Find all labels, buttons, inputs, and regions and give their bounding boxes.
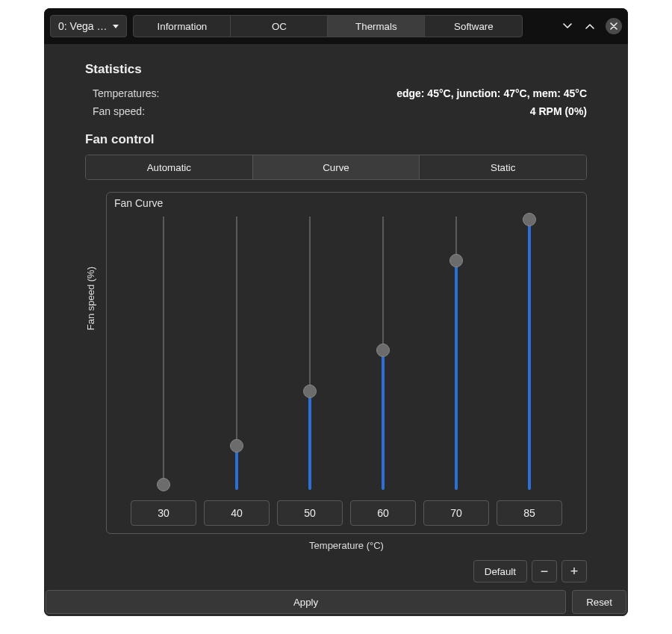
fan-curve-slider[interactable] <box>376 217 391 494</box>
slider-thumb[interactable] <box>523 213 536 226</box>
remove-point-button[interactable]: − <box>532 560 557 582</box>
y-axis-label: Fan speed (%) <box>85 267 99 330</box>
slider-thumb[interactable] <box>230 439 243 453</box>
bottom-bar: Apply Reset <box>44 587 628 616</box>
titlebar: 0: Vega … Information OC Thermals Softwa… <box>44 8 628 44</box>
main-tabs: Information OC Thermals Software <box>133 15 523 37</box>
mode-tab-curve[interactable]: Curve <box>253 155 420 179</box>
mode-tab-automatic[interactable]: Automatic <box>86 155 253 179</box>
fan-curve-point: 70 <box>423 217 489 526</box>
slider-thumb[interactable] <box>376 344 390 357</box>
fan-curve-sliders: 304050607085 <box>114 217 579 526</box>
fan-curve-area: Fan speed (%) Fan Curve 304050607085 Tem… <box>85 192 587 582</box>
tab-oc[interactable]: OC <box>231 16 328 37</box>
add-point-button[interactable]: + <box>561 560 587 582</box>
slider-thumb[interactable] <box>449 254 463 267</box>
slider-thumb[interactable] <box>157 478 170 491</box>
tab-information[interactable]: Information <box>134 16 231 37</box>
app-window: 0: Vega … Information OC Thermals Softwa… <box>44 8 628 616</box>
statistics-heading: Statistics <box>85 62 587 77</box>
fan-curve-point: 85 <box>497 217 562 526</box>
stat-label-fan-speed: Fan speed: <box>93 105 145 117</box>
fan-curve-point: 30 <box>131 217 196 526</box>
fan-curve-slider[interactable] <box>229 217 244 494</box>
temperature-input[interactable]: 30 <box>131 500 196 526</box>
stat-value-fan-speed: 4 RPM (0%) <box>530 105 587 117</box>
chevron-up-icon <box>585 21 595 31</box>
slider-fill <box>528 220 531 490</box>
fan-curve-panel: Fan Curve 304050607085 <box>106 192 587 534</box>
stat-row-fan-speed: Fan speed: 4 RPM (0%) <box>93 102 587 120</box>
slider-thumb[interactable] <box>303 385 317 398</box>
fan-curve-slider[interactable] <box>522 217 537 494</box>
slider-fill <box>308 391 311 490</box>
temperature-input[interactable]: 50 <box>277 500 343 526</box>
tab-thermals[interactable]: Thermals <box>328 16 425 37</box>
tab-software[interactable]: Software <box>425 16 522 37</box>
device-selector[interactable]: 0: Vega … <box>50 15 127 37</box>
stat-value-temperatures: edge: 45°C, junction: 47°C, mem: 45°C <box>396 87 587 99</box>
fan-curve-slider[interactable] <box>156 217 171 494</box>
apply-button[interactable]: Apply <box>46 590 566 614</box>
default-button[interactable]: Default <box>473 560 527 582</box>
stat-label-temperatures: Temperatures: <box>93 87 159 99</box>
temperature-input[interactable]: 60 <box>350 500 416 526</box>
slider-rail <box>163 217 164 490</box>
curve-buttons: Default − + <box>106 560 587 582</box>
device-label: 0: Vega … <box>58 20 107 32</box>
fan-curve-slider[interactable] <box>302 217 317 494</box>
minimize-button[interactable] <box>556 15 579 37</box>
mode-tab-static[interactable]: Static <box>420 155 586 179</box>
fan-control-heading: Fan control <box>85 132 587 147</box>
slider-fill <box>455 261 458 490</box>
chevron-down-icon <box>562 21 573 31</box>
close-button[interactable] <box>606 18 622 34</box>
stat-row-temperatures: Temperatures: edge: 45°C, junction: 47°C… <box>93 84 587 102</box>
fan-curve-title: Fan Curve <box>114 197 579 209</box>
fan-mode-tabs: Automatic Curve Static <box>85 155 587 180</box>
content: Statistics Temperatures: edge: 45°C, jun… <box>44 44 628 582</box>
x-axis-label: Temperature (°C) <box>106 540 587 551</box>
fan-curve-point: 50 <box>277 217 343 526</box>
reset-button[interactable]: Reset <box>572 590 626 614</box>
temperature-input[interactable]: 70 <box>423 500 489 526</box>
temperature-input[interactable]: 40 <box>204 500 270 526</box>
fan-curve-point: 60 <box>350 217 416 526</box>
temperature-input[interactable]: 85 <box>497 500 562 526</box>
slider-fill <box>382 350 385 490</box>
fan-curve-point: 40 <box>204 217 270 526</box>
chevron-down-icon <box>113 25 119 28</box>
fan-curve-slider[interactable] <box>449 217 464 494</box>
maximize-button[interactable] <box>579 15 601 37</box>
close-icon <box>610 22 617 30</box>
